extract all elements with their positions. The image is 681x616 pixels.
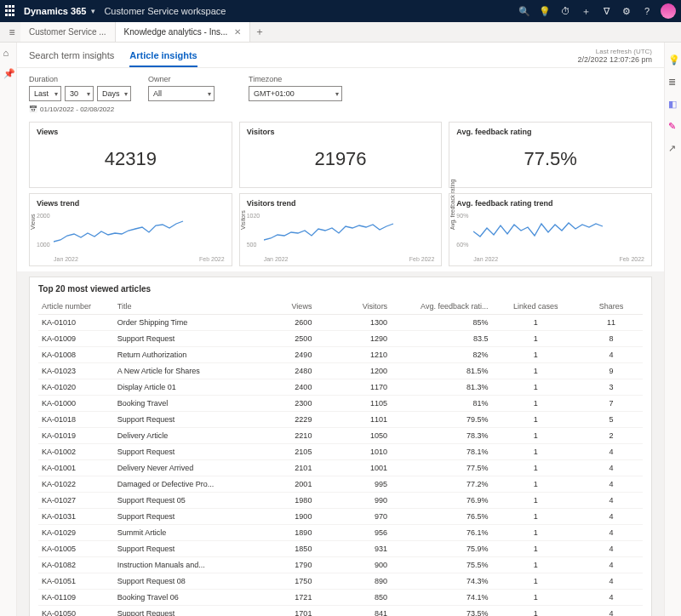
table-row[interactable]: KA-01023A New Article for Shares24801200…	[38, 363, 643, 379]
table-row[interactable]: KA-01010Order Shipping Time2600130085%11…	[38, 315, 643, 331]
table-row[interactable]: KA-01009Support Request2500129083.518	[38, 331, 643, 347]
cell-title: A New Article for Shares	[114, 363, 253, 379]
trend-cards-row: Views trend Views 2000 1000 Jan 2022 Feb…	[17, 193, 664, 271]
duration-mode-select[interactable]: Last	[29, 86, 61, 101]
cell-cases: 1	[491, 573, 580, 590]
chevron-down-icon[interactable]: ▾	[91, 7, 95, 15]
col-title[interactable]: Title	[114, 299, 253, 315]
help-icon[interactable]: ?	[637, 1, 657, 21]
filter-icon[interactable]: ∇	[596, 1, 616, 21]
table-row[interactable]: KA-01022Damaged or Defective Pro...20019…	[38, 476, 643, 493]
sparkline	[264, 213, 400, 250]
search-icon[interactable]: 🔍	[514, 1, 535, 21]
filter-label: Owner	[148, 75, 215, 83]
cell-cases: 1	[491, 606, 580, 617]
rail-share-icon[interactable]: ↗	[668, 143, 678, 153]
app-launcher-icon[interactable]	[5, 5, 17, 17]
cell-id: KA-01082	[38, 557, 114, 573]
cell-shares: 4	[580, 460, 643, 476]
cell-rating: 78.1%	[391, 444, 491, 460]
tab-knowledge-analytics[interactable]: Knowledge analytics - Ins...✕	[116, 22, 251, 42]
cell-shares: 4	[580, 444, 643, 460]
kpi-cards-row: Views 42319 Visitors 21976 Avg. feedback…	[17, 117, 664, 193]
card-title: Avg. feedback rating	[456, 128, 644, 136]
cell-shares: 4	[580, 493, 643, 509]
avatar[interactable]	[661, 3, 676, 19]
table-row[interactable]: KA-01082Instruction Manuals and...179090…	[38, 557, 643, 573]
cell-rating: 76.9%	[391, 493, 491, 509]
duration-unit-select[interactable]: Days	[97, 86, 131, 101]
cell-views: 2001	[252, 476, 315, 493]
new-tab-button[interactable]: ＋	[250, 22, 269, 42]
cell-cases: 1	[491, 509, 580, 525]
cell-id: KA-01018	[38, 412, 114, 428]
filter-timezone: Timezone GMT+01:00	[249, 75, 342, 113]
cell-shares: 4	[580, 347, 643, 363]
table-row[interactable]: KA-01008Return Authorization2490121082%1…	[38, 347, 643, 363]
table-row[interactable]: KA-01005Support Request185093175.9%14	[38, 541, 643, 557]
timer-icon[interactable]: ⏱	[555, 1, 575, 21]
feedback-trend-chart: Avg. feedback rating trend Avg. feedback…	[449, 193, 652, 266]
col-linked-cases[interactable]: Linked cases	[491, 299, 580, 315]
cell-cases: 1	[491, 493, 580, 509]
duration-count-select[interactable]: 30	[65, 86, 94, 101]
cell-cases: 1	[491, 379, 580, 396]
settings-icon[interactable]: ⚙	[616, 1, 637, 21]
cell-title: Damaged or Defective Pro...	[114, 476, 253, 493]
cell-cases: 1	[491, 428, 580, 444]
subtab-search-term-insights[interactable]: Search term insights	[29, 50, 114, 67]
table-row[interactable]: KA-01018Support Request2229110179.5%15	[38, 412, 643, 428]
owner-select[interactable]: All	[148, 86, 215, 101]
cell-shares: 2	[580, 428, 643, 444]
top-navbar: Dynamics 365 ▾ Customer Service workspac…	[0, 0, 681, 22]
visitors-trend-chart: Visitors trend Visitors 1020 500 Jan 202…	[239, 193, 443, 266]
col-shares[interactable]: Shares	[580, 299, 643, 315]
col-rating[interactable]: Avg. feedback rati...	[391, 299, 491, 315]
cell-visitors: 850	[315, 590, 391, 606]
workspace-name: Customer Service workspace	[104, 6, 226, 16]
table-row[interactable]: KA-01109Booking Travel 06172185074.1%14	[38, 590, 643, 606]
table-row[interactable]: KA-01020Display Article 012400117081.3%1…	[38, 379, 643, 396]
table-row[interactable]: KA-01051Support Request 08175089074.3%14	[38, 573, 643, 590]
rail-lightbulb-icon[interactable]: 💡	[668, 54, 678, 65]
col-article-number[interactable]: Article number	[38, 299, 114, 315]
table-row[interactable]: KA-01029Summit Article189095676.1%14	[38, 525, 643, 541]
cell-visitors: 956	[315, 525, 391, 541]
close-icon[interactable]: ✕	[234, 27, 241, 37]
right-rail: 💡 ≣ ◧ ✎ ↗	[664, 43, 681, 616]
cell-rating: 76.5%	[391, 509, 491, 525]
assistant-icon[interactable]: 💡	[535, 1, 555, 21]
pin-icon[interactable]: 📌	[3, 68, 14, 78]
cell-visitors: 1170	[315, 379, 391, 396]
cell-rating: 76.1%	[391, 525, 491, 541]
table-row[interactable]: KA-01000Booking Travel2300110581%17	[38, 396, 643, 412]
home-icon[interactable]: ⌂	[3, 48, 14, 58]
cell-views: 2210	[252, 428, 315, 444]
tab-customer-service[interactable]: Customer Service ...	[20, 22, 116, 42]
col-views[interactable]: Views	[252, 299, 315, 315]
cell-id: KA-01000	[38, 396, 114, 412]
table-row[interactable]: KA-01002Support Request2105101078.1%14	[38, 444, 643, 460]
cell-visitors: 1105	[315, 396, 391, 412]
cell-views: 2229	[252, 412, 315, 428]
table-row[interactable]: KA-01031Support Request190097076.5%14	[38, 509, 643, 525]
hamburger-icon[interactable]: ≡	[3, 22, 20, 42]
cell-shares: 4	[580, 606, 643, 617]
subtab-article-insights[interactable]: Article insights	[129, 50, 197, 67]
table-row[interactable]: KA-01001Delivery Never Arrived2101100177…	[38, 460, 643, 476]
rail-teams-icon[interactable]: ◧	[668, 99, 678, 109]
timezone-select[interactable]: GMT+01:00	[249, 86, 342, 101]
add-icon[interactable]: ＋	[575, 1, 596, 21]
col-visitors[interactable]: Visitors	[315, 299, 391, 315]
cell-views: 2400	[252, 379, 315, 396]
rail-edit-icon[interactable]: ✎	[668, 121, 678, 131]
table-row[interactable]: KA-01050Support Request170184173.5%14	[38, 606, 643, 617]
table-row[interactable]: KA-01019Delivery Article2210105078.3%12	[38, 428, 643, 444]
table-row[interactable]: KA-01027Support Request 05198099076.9%14	[38, 493, 643, 509]
cell-visitors: 1050	[315, 428, 391, 444]
cell-cases: 1	[491, 331, 580, 347]
cell-views: 2500	[252, 331, 315, 347]
card-title: Avg. feedback rating trend	[456, 199, 644, 208]
rail-list-icon[interactable]: ≣	[668, 77, 678, 87]
tab-label: Customer Service ...	[29, 27, 106, 37]
